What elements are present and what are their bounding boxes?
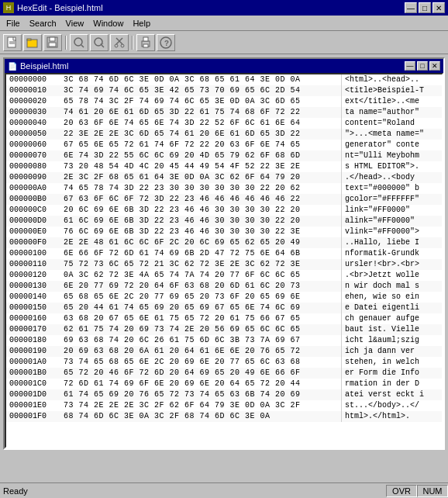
menu-view[interactable]: View [61, 17, 89, 29]
hex-ascii: e Datei eigentli [341, 303, 442, 313]
minimize-button[interactable]: — [405, 2, 417, 13]
hex-address: 00000110 [6, 259, 62, 270]
hex-bytes: 65 78 74 3C 2F 74 69 74 6C 65 3E 0D 0A 3… [62, 96, 341, 107]
close-button[interactable]: ✕ [432, 2, 445, 13]
table-row[interactable]: 0000003074 61 20 6E 61 6D 65 3D 22 61 75… [6, 107, 442, 118]
svg-rect-7 [49, 43, 56, 47]
table-row[interactable]: 0000016063 68 20 67 65 6E 61 75 65 72 20… [6, 313, 442, 324]
table-row[interactable]: 000001A073 74 65 68 65 6E 2C 20 69 6E 20… [6, 357, 442, 368]
hex-ascii: <title>Beispiel-T [341, 85, 442, 96]
hex-address: 00000120 [6, 270, 62, 281]
new-button[interactable] [3, 34, 22, 51]
table-row[interactable]: 0000017062 61 75 74 20 69 73 74 2E 20 56… [6, 324, 442, 335]
table-row[interactable]: 0000018069 63 68 74 20 6C 26 61 75 6D 6C… [6, 335, 442, 346]
table-row[interactable]: 0000015065 20 44 61 74 65 69 20 65 69 67… [6, 303, 442, 313]
table-row[interactable]: 0000014065 68 65 6E 2C 20 77 69 65 20 73… [6, 292, 442, 303]
hex-ascii: n wir doch mal s [341, 281, 442, 292]
toolbar-separator-1 [65, 36, 67, 50]
table-row[interactable]: 000001006E 66 6F 72 6D 61 74 69 6B 2D 47… [6, 248, 442, 259]
hex-ascii: content="Roland [341, 118, 442, 129]
print-button[interactable] [136, 34, 155, 51]
table-row[interactable]: 000000103C 74 69 74 6C 65 3E 42 65 73 70… [6, 85, 442, 96]
inner-close-button[interactable]: ✕ [429, 61, 440, 71]
hex-address: 00000100 [6, 248, 62, 259]
table-row[interactable]: 0000011075 72 73 6C 65 72 21 3C 62 72 3E… [6, 259, 442, 270]
hex-ascii: .<br>Jetzt wolle [341, 270, 442, 281]
table-row[interactable]: 000001B065 72 20 46 6F 72 6D 20 64 69 65… [6, 368, 442, 379]
table-row[interactable]: 000001F068 74 6D 6C 3E 0A 3C 2F 68 74 6D… [6, 411, 442, 422]
hex-bytes: 65 20 44 61 74 65 69 20 65 69 67 65 6E 7… [62, 303, 341, 313]
table-row[interactable]: 000000706E 74 3D 22 55 6C 6C 69 20 4D 65… [6, 150, 442, 161]
table-row[interactable]: 000000902E 3C 2F 68 65 61 64 3E 0D 0A 3C… [6, 172, 442, 183]
find-next-button[interactable]: + [90, 34, 109, 51]
hex-bytes: 73 74 65 68 65 6E 2C 20 69 6E 20 77 65 6… [62, 357, 341, 368]
menu-window[interactable]: Window [88, 17, 128, 29]
svg-text:?: ? [164, 40, 169, 48]
table-row[interactable]: 000000D061 6C 69 6E 6B 3D 22 23 46 46 30… [6, 216, 442, 227]
hex-address: 00000190 [6, 346, 62, 357]
hex-address: 000001E0 [6, 400, 62, 411]
table-row[interactable]: 000001E073 74 2E 2E 2E 3C 2F 62 6F 64 79… [6, 400, 442, 411]
svg-rect-4 [27, 39, 31, 40]
table-row[interactable]: 000001306E 20 77 69 72 20 64 6F 63 68 20… [6, 281, 442, 292]
table-row[interactable]: 000000B067 63 6F 6C 6F 72 3D 22 23 46 46… [6, 194, 442, 205]
hex-address: 000000F0 [6, 237, 62, 248]
svg-point-8 [74, 38, 82, 46]
table-row[interactable]: 000001200A 3C 62 72 3E 4A 65 74 7A 74 20… [6, 270, 442, 281]
table-row[interactable]: 0000002065 78 74 3C 2F 74 69 74 6C 65 3E… [6, 96, 442, 107]
hex-address: 00000150 [6, 303, 62, 313]
hex-address: 000000E0 [6, 227, 62, 237]
open-button[interactable] [23, 34, 42, 51]
menu-search[interactable]: Search [25, 17, 61, 29]
inner-maximize-button[interactable]: □ [417, 61, 428, 71]
hex-address: 00000160 [6, 313, 62, 324]
hex-ascii: atei verst eckt i [341, 389, 442, 400]
inner-minimize-button[interactable]: — [405, 61, 415, 71]
table-row[interactable]: 000001C072 6D 61 74 69 6F 6E 20 69 6E 20… [6, 379, 442, 389]
hex-bytes: 76 6C 69 6E 6B 3D 22 23 46 46 30 30 30 3… [62, 227, 341, 237]
table-row[interactable]: 000000A074 65 78 74 3D 22 23 30 30 30 30… [6, 183, 442, 194]
menu-file[interactable]: File [2, 17, 25, 29]
hex-ascii: text="#000000" b [341, 183, 442, 194]
inner-title-bar: 📄 Beispiel.html — □ ✕ [5, 59, 443, 73]
hex-bytes: 6E 66 6F 72 6D 61 74 69 6B 2D 47 72 75 6… [62, 248, 341, 259]
table-row[interactable]: 000000C020 6C 69 6E 6B 3D 22 23 46 46 30… [6, 205, 442, 216]
menu-bar: File Search View Window Help [0, 16, 448, 31]
table-row[interactable]: 000000F02E 2E 48 61 6C 6C 6F 2C 20 6C 69… [6, 237, 442, 248]
menu-help[interactable]: Help [128, 17, 155, 29]
find-button[interactable] [70, 34, 88, 51]
status-ovr: OVR [386, 485, 417, 497]
hex-address: 000001A0 [6, 357, 62, 368]
table-row[interactable]: 0000019020 69 63 68 20 6A 61 20 64 61 6E… [6, 346, 442, 357]
hex-ascii: <html>..<head>.. [341, 74, 442, 85]
hex-ascii: alink="#FF0000" [341, 216, 442, 227]
hex-bytes: 2E 3C 2F 68 65 61 64 3E 0D 0A 3C 62 6F 6… [62, 172, 341, 183]
table-row[interactable]: 0000004020 63 6F 6E 74 65 6E 74 3D 22 52… [6, 118, 442, 129]
hex-content-area[interactable]: 000000003C 68 74 6D 6C 3E 0D 0A 3C 68 65… [5, 73, 443, 448]
hex-ascii: ehen, wie so ein [341, 292, 442, 303]
cut-button[interactable] [110, 34, 129, 51]
hex-bytes: 63 68 20 67 65 6E 61 75 65 72 20 61 75 6… [62, 313, 341, 324]
hex-ascii: link="#FF0000" [341, 205, 442, 216]
hex-bytes: 72 6D 61 74 69 6F 6E 20 69 6E 20 64 65 7… [62, 379, 341, 389]
hex-address: 00000030 [6, 107, 62, 118]
table-row[interactable]: 0000008073 20 48 54 4D 4C 20 45 44 49 54… [6, 161, 442, 172]
hex-table[interactable]: 000000003C 68 74 6D 6C 3E 0D 0A 3C 68 65… [6, 74, 442, 447]
hex-address: 00000080 [6, 161, 62, 172]
hex-address: 00000040 [6, 118, 62, 129]
table-row[interactable]: 000000E076 6C 69 6E 6B 3D 22 23 46 46 30… [6, 227, 442, 237]
table-row[interactable]: 000001D061 74 65 69 20 76 65 72 73 74 65… [6, 389, 442, 400]
table-row[interactable]: 0000005022 3E 2E 2E 3C 6D 65 74 61 20 6E… [6, 129, 442, 140]
hex-bytes: 0A 3C 62 72 3E 4A 65 74 7A 74 20 77 6F 6… [62, 270, 341, 281]
hex-address: 00000130 [6, 281, 62, 292]
save-button[interactable] [43, 34, 62, 51]
app-icon: H [3, 2, 14, 13]
hex-bytes: 22 3E 2E 2E 3C 6D 65 74 61 20 6E 61 6D 6… [62, 129, 341, 140]
maximize-button[interactable]: □ [419, 2, 431, 13]
hex-address: 000001F0 [6, 411, 62, 422]
table-row[interactable]: 000000003C 68 74 6D 6C 3E 0D 0A 3C 68 65… [6, 74, 442, 85]
hex-address: 00000000 [6, 74, 62, 85]
svg-point-15 [115, 44, 118, 47]
table-row[interactable]: 0000006067 65 6E 65 72 61 74 6F 72 22 20… [6, 140, 442, 150]
help-button[interactable]: ? [157, 34, 175, 51]
